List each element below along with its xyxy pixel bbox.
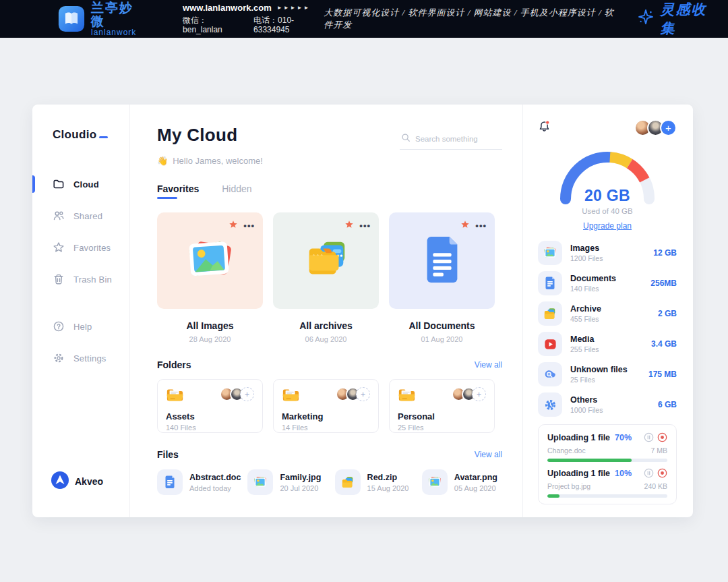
top-banner: 兰亭妙微 lanlanwork www.lanlanwork.com ►►►►►… (0, 0, 728, 38)
nav-item-icon (53, 241, 65, 254)
category-file-count: 140 Files (570, 285, 642, 293)
greeting: 👋 Hello James, welcome! (157, 156, 502, 166)
search-input[interactable] (415, 135, 501, 143)
sidebar-nav-item[interactable]: Help (32, 318, 129, 335)
services-tagline: 大数据可视化设计 / 软件界面设计 / 网站建设 / 手机及小程序设计 / 软件… (324, 7, 618, 31)
category-icon (538, 392, 562, 417)
favorite-star-icon[interactable] (344, 220, 354, 232)
category-file-count: 1200 Files (570, 254, 645, 262)
storage-caption: Used of 40 GB (538, 207, 677, 215)
notifications-bell-icon[interactable] (538, 120, 551, 136)
upload-percent: 70% (615, 433, 632, 442)
file-date: 05 Aug 2020 (454, 484, 497, 492)
folder-members: + (336, 387, 370, 401)
search-box[interactable] (400, 129, 502, 150)
category-name: Images (570, 243, 645, 253)
pause-upload-icon[interactable] (644, 432, 654, 442)
favorite-card-date: 06 Aug 2020 (273, 335, 379, 343)
lanlanwork-logo-icon (58, 5, 85, 32)
favorite-card[interactable]: ••• (273, 212, 379, 309)
lanlanwork-brand[interactable]: 兰亭妙微 lanlanwork (58, 1, 141, 36)
upload-row: Uploading 1 file 10% (547, 468, 667, 498)
category-name: Media (570, 334, 643, 344)
website-url[interactable]: www.lanlanwork.com (183, 3, 272, 13)
sidebar-nav-item[interactable]: Cloud (32, 175, 129, 193)
akveo-brand[interactable]: Akveo (32, 471, 129, 492)
favorite-card[interactable]: ••• (389, 212, 495, 309)
file-type-icon (157, 469, 183, 495)
sidebar-nav-item[interactable]: Trash Bin (32, 270, 129, 288)
app-logo[interactable]: Cloudio (32, 128, 129, 142)
file-date: Added today (189, 484, 241, 492)
tab[interactable]: Hidden (222, 183, 251, 199)
category-row[interactable]: Others 1000 Files 6 GB (538, 392, 677, 417)
category-row[interactable]: Unknown files 25 Files 175 MB (538, 361, 677, 387)
folder-card[interactable]: + Assets 140 Files (157, 379, 263, 433)
add-member-button[interactable]: + (472, 387, 486, 401)
card-menu-icon[interactable]: ••• (359, 223, 371, 229)
favorite-card[interactable]: ••• (157, 212, 263, 309)
card-menu-icon[interactable]: ••• (243, 223, 255, 229)
file-item[interactable]: Avatar.png 05 Aug 2020 (422, 469, 502, 495)
open-folder-icon (282, 387, 300, 405)
favorite-star-icon[interactable] (229, 220, 238, 232)
category-size: 256MB (650, 279, 677, 288)
sidebar: Cloudio Cloud Shared Favo (32, 105, 130, 517)
upload-file-name: Project bg.jpg (547, 482, 590, 490)
pause-upload-icon[interactable] (644, 468, 654, 478)
favorite-card-group: ••• All archives 06 Aug 2020 (273, 212, 379, 343)
tab[interactable]: Favorites (157, 183, 199, 199)
phone-contact: 电话：010-63334945 (253, 16, 324, 35)
favorite-star-icon[interactable] (460, 220, 470, 232)
file-name: Abstract.doc (189, 473, 241, 482)
brand-name-cn: 兰亭妙微 (91, 1, 141, 28)
tab-label: Hidden (222, 183, 251, 194)
nav-item-icon (53, 210, 65, 222)
card-menu-icon[interactable]: ••• (475, 223, 487, 229)
add-user-button[interactable]: + (660, 119, 677, 136)
category-row[interactable]: Images 1200 Files 12 GB (538, 240, 677, 266)
category-list: Images 1200 Files 12 GB Documents 140 Fi… (538, 240, 677, 417)
favorite-card-title: All Documents (389, 320, 495, 331)
add-member-button[interactable]: + (240, 387, 254, 401)
inspiration-collect-brand[interactable]: 灵感收集 (637, 0, 716, 38)
open-folder-icon (398, 387, 416, 405)
file-item[interactable]: Abstract.doc Added today (157, 469, 241, 495)
sidebar-nav-item[interactable]: Favorites (32, 239, 129, 256)
category-row[interactable]: Media 255 Files 3.4 GB (538, 331, 677, 357)
storage-panel: + 20 GB Used of 40 GB Upgrade plan Image… (522, 105, 693, 517)
uploads-card: Uploading 1 file 70% (538, 424, 677, 504)
category-row[interactable]: Archive 455 Files 2 GB (538, 301, 677, 326)
favorite-card-date: 01 Aug 2020 (389, 335, 495, 343)
folders-view-all-link[interactable]: View all (475, 360, 502, 370)
files-section-title: Files (157, 449, 179, 460)
upload-progress-fill (547, 494, 559, 498)
upload-progress-bar (547, 459, 667, 462)
file-date: 15 Aug 2020 (367, 484, 409, 492)
open-folder-icon (166, 387, 184, 405)
file-item[interactable]: Red.zip 15 Aug 2020 (335, 469, 415, 495)
sparkle-star-icon (637, 8, 655, 30)
brand-name-en: lanlanwork (91, 28, 141, 37)
upload-file-size: 240 KB (644, 482, 667, 490)
folder-card[interactable]: + Marketing 14 Files (273, 379, 379, 433)
category-name: Unknown files (570, 365, 640, 374)
folder-card[interactable]: + Personal 25 Files (389, 379, 495, 433)
cancel-upload-icon[interactable] (657, 432, 667, 442)
upload-percent: 10% (615, 469, 632, 478)
category-icon (538, 241, 562, 265)
category-name: Others (570, 395, 650, 405)
content-tabs: Favorites Hidden (157, 183, 502, 199)
upgrade-plan-link[interactable]: Upgrade plan (538, 221, 677, 231)
category-name: Documents (570, 274, 642, 283)
nav-item-label: Trash Bin (73, 274, 112, 285)
add-member-button[interactable]: + (356, 387, 370, 401)
files-view-all-link[interactable]: View all (475, 450, 502, 459)
category-row[interactable]: Documents 140 Files 256MB (538, 270, 677, 296)
cancel-upload-icon[interactable] (657, 468, 667, 478)
wave-emoji-icon: 👋 (157, 156, 168, 166)
folder-file-count: 25 Files (398, 424, 486, 432)
file-item[interactable]: Family.jpg 20 Jul 2020 (247, 469, 328, 495)
sidebar-nav-item[interactable]: Shared (32, 207, 129, 225)
sidebar-nav-item[interactable]: Settings (32, 349, 129, 367)
